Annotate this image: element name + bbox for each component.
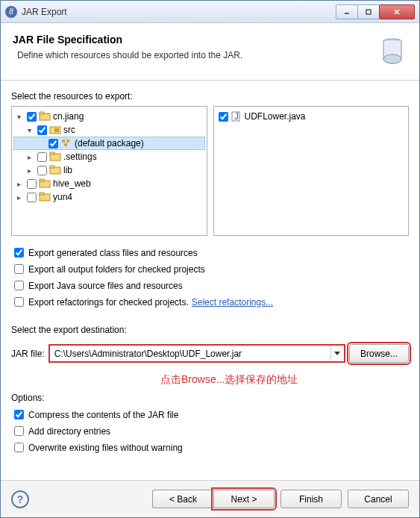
expander-icon[interactable]: ▸ xyxy=(24,166,34,175)
expander-icon[interactable]: ▸ xyxy=(24,153,34,161)
file-list[interactable]: JUDFLower.java xyxy=(213,106,410,236)
tree-label: (default package) xyxy=(75,138,144,149)
tree-item-cn-jiang[interactable]: ▾cn.jiang xyxy=(13,110,205,123)
expander-icon[interactable]: ▾ xyxy=(13,113,24,121)
checkbox[interactable] xyxy=(37,152,47,162)
project-icon xyxy=(39,192,51,202)
tree-label: hive_web xyxy=(53,178,91,189)
finish-button[interactable]: Finish xyxy=(280,490,342,508)
checkbox[interactable] xyxy=(27,112,37,122)
checkbox[interactable] xyxy=(14,410,24,419)
tree-item-src[interactable]: ▾src xyxy=(13,123,205,137)
resource-tree[interactable]: ▾cn.jiang ▾src (default package) ▸.setti… xyxy=(11,106,207,236)
checkbox[interactable] xyxy=(14,297,24,307)
opt-all-output[interactable]: Export all output folders for checked pr… xyxy=(11,262,409,276)
expander-icon[interactable]: ▾ xyxy=(24,126,34,134)
opt-add-dir[interactable]: Add directory entries xyxy=(11,424,409,438)
checkbox[interactable] xyxy=(14,281,24,290)
tree-item-settings[interactable]: ▸.settings xyxy=(13,150,205,163)
tree-label: lib xyxy=(63,165,72,175)
tree-label: yun4 xyxy=(53,192,72,202)
java-file-icon: J xyxy=(231,111,242,122)
checkbox[interactable] xyxy=(48,139,58,149)
package-icon xyxy=(60,138,72,149)
project-icon xyxy=(39,111,51,122)
jar-file-label: JAR file: xyxy=(11,349,45,359)
folder-icon xyxy=(49,165,61,175)
wizard-body: Select the resources to export: ▾cn.jian… xyxy=(1,81,419,480)
checkbox[interactable] xyxy=(14,426,24,436)
svg-text:J: J xyxy=(234,111,239,122)
checkbox[interactable] xyxy=(14,264,24,274)
jar-file-input[interactable] xyxy=(50,346,330,361)
list-item-udflower[interactable]: JUDFLower.java xyxy=(216,110,407,123)
checkbox[interactable] xyxy=(219,112,228,122)
checkbox[interactable] xyxy=(14,443,24,452)
option-label: Export all output folders for checked pr… xyxy=(28,264,205,275)
svg-point-5 xyxy=(383,54,401,63)
checkbox[interactable] xyxy=(37,125,47,135)
checkbox[interactable] xyxy=(27,179,37,189)
option-label: Export generated class files and resourc… xyxy=(28,248,198,258)
back-button[interactable]: < Back xyxy=(152,490,213,508)
select-refactorings-link[interactable]: Select refactorings... xyxy=(192,297,273,308)
opt-refactorings[interactable]: Export refactorings for checked projects… xyxy=(11,295,409,309)
svg-rect-10 xyxy=(62,140,65,143)
checkbox[interactable] xyxy=(37,166,47,175)
select-destination-label: Select the export destination: xyxy=(11,325,409,335)
package-folder-icon xyxy=(49,125,61,135)
expander-icon[interactable]: ▸ xyxy=(13,180,24,188)
minimize-button[interactable] xyxy=(336,4,358,19)
destination-row: JAR file: Browse... xyxy=(11,344,409,363)
tree-label: cn.jiang xyxy=(53,111,84,122)
folder-icon xyxy=(49,152,61,162)
svg-rect-18 xyxy=(40,179,44,181)
checkbox[interactable] xyxy=(27,193,37,202)
maximize-button[interactable] xyxy=(357,4,380,19)
svg-rect-9 xyxy=(54,128,59,132)
jar-export-window: 8 JAR Export JAR File Specification Defi… xyxy=(0,0,420,518)
project-icon xyxy=(39,178,51,189)
next-button[interactable]: Next > xyxy=(213,490,275,508)
option-label: Export Java source files and resources xyxy=(28,281,183,291)
wizard-header: JAR File Specification Define which reso… xyxy=(1,23,419,81)
svg-rect-16 xyxy=(50,166,54,168)
app-icon: 8 xyxy=(5,6,17,18)
svg-rect-12 xyxy=(64,143,67,146)
window-title: JAR Export xyxy=(22,7,336,17)
option-label: Overwrite existing files without warning xyxy=(28,443,183,453)
titlebar[interactable]: 8 JAR Export xyxy=(1,1,419,23)
opt-java-source[interactable]: Export Java source files and resources xyxy=(11,278,409,293)
expander-icon[interactable]: ▸ xyxy=(13,193,24,202)
page-subtitle: Define which resources should be exporte… xyxy=(17,50,377,60)
select-resources-label: Select the resources to export: xyxy=(11,91,409,102)
dropdown-button[interactable] xyxy=(330,346,344,361)
browse-button[interactable]: Browse... xyxy=(349,344,409,363)
list-label: UDFLower.java xyxy=(245,111,306,122)
wizard-footer: ? < Back Next > Finish Cancel xyxy=(1,480,419,517)
tree-item-yun4[interactable]: ▸yun4 xyxy=(13,190,205,204)
tree-item-lib[interactable]: ▸lib xyxy=(13,163,205,177)
nav-button-group: < Back Next > xyxy=(152,490,275,508)
opt-compress[interactable]: Compress the contents of the JAR file xyxy=(11,408,409,422)
tree-item-default-package[interactable]: (default package) xyxy=(13,137,205,150)
annotation-text: 点击Browse...选择保存的地址 xyxy=(160,373,409,387)
close-button[interactable] xyxy=(379,4,415,19)
tree-item-hive-web[interactable]: ▸hive_web xyxy=(13,177,205,190)
opt-overwrite[interactable]: Overwrite existing files without warning xyxy=(11,440,409,455)
jar-file-combo[interactable] xyxy=(49,345,345,362)
checkbox[interactable] xyxy=(14,248,24,258)
help-button[interactable]: ? xyxy=(11,490,29,508)
svg-rect-14 xyxy=(50,152,54,155)
options-group: Options: Compress the contents of the JA… xyxy=(11,390,409,457)
cancel-button[interactable]: Cancel xyxy=(348,490,409,508)
options-label: Options: xyxy=(11,393,409,403)
jar-icon xyxy=(377,34,407,69)
tree-label: .settings xyxy=(63,152,97,162)
option-label: Add directory entries xyxy=(28,426,110,437)
svg-rect-1 xyxy=(366,10,371,14)
opt-generated-class[interactable]: Export generated class files and resourc… xyxy=(11,246,409,260)
export-options-group: Export generated class files and resourc… xyxy=(11,243,409,311)
svg-rect-7 xyxy=(40,112,44,114)
svg-rect-20 xyxy=(40,193,44,195)
